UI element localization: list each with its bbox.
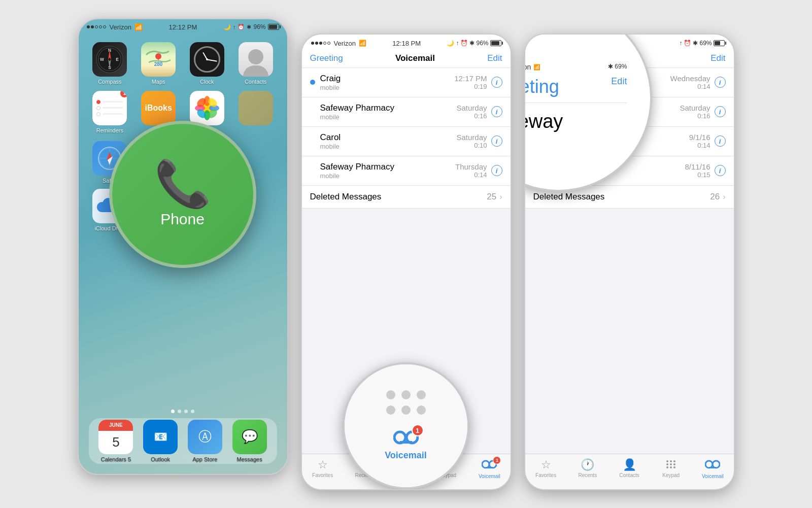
vm-meta-r0: Wednesday 0:14: [670, 74, 710, 90]
vm-info-icon-safeway2[interactable]: i: [491, 165, 502, 176]
voicemail-tab-label-1: Voicemail: [479, 473, 500, 479]
dock-calendars[interactable]: JUNE 5 Calendars 5: [98, 420, 133, 462]
app-contacts[interactable]: Contacts: [234, 42, 277, 85]
vm-tab-favorites-1[interactable]: ☆ Favorites: [302, 458, 344, 478]
s3: [319, 42, 322, 45]
vm-item-safeway2[interactable]: Safeway Pharmacy mobile Thursday 0:14 i: [302, 156, 511, 186]
messages-dock-icon[interactable]: 💬: [232, 420, 267, 454]
dock-outlook[interactable]: 📧 Outlook: [143, 420, 178, 462]
vm-battery-icon-2: [714, 40, 725, 46]
keypad-tab-icon-2: [665, 458, 676, 471]
vm-deleted-chevron-1: ›: [499, 192, 502, 201]
vm-info-icon-carol[interactable]: i: [491, 136, 502, 147]
clock-app-label: Clock: [200, 79, 214, 85]
vm-info-icon-r-s2[interactable]: i: [715, 136, 726, 147]
vm-tab-favorites-2[interactable]: ☆ Favorites: [525, 458, 567, 478]
bluetooth-icon: ✱: [247, 24, 251, 30]
clock-app-icon[interactable]: [190, 42, 224, 77]
outlook-dock-icon[interactable]: 📧: [143, 420, 178, 454]
vm-info-safeway2: Safeway Pharmacy mobile: [320, 162, 455, 180]
vm-info-icon-safeway1[interactable]: i: [491, 106, 502, 117]
vm-greeting-btn-1[interactable]: Greeting: [310, 53, 343, 63]
svg-point-48: [666, 466, 668, 468]
battery-icon: [268, 24, 279, 30]
contacts-app-icon[interactable]: [239, 42, 273, 77]
photos-app-icon[interactable]: [190, 91, 224, 125]
vm-deleted-row-1[interactable]: Deleted Messages 25 ›: [302, 186, 511, 209]
vm-edit-btn-1[interactable]: Edit: [487, 53, 502, 63]
svg-point-50: [673, 466, 675, 468]
appstore-dock-icon[interactable]: Ⓐ: [188, 420, 222, 454]
zoom-battery-pct: 69%: [615, 63, 627, 71]
vm-no-dot-safeway1: [310, 109, 315, 114]
favorites-tab-label-2: Favorites: [535, 472, 556, 478]
vm-item-craig[interactable]: Craig mobile 12:17 PM 0:19 i: [302, 68, 511, 97]
vm-status-right-2: ↑ ⏰ ✱ 69%: [679, 40, 724, 47]
zoom-circle-voicemail-tab: 1 Voicemail: [343, 362, 469, 489]
keypad-tab-label-2: Keypad: [662, 472, 680, 478]
signal-dot-2: [91, 25, 94, 28]
vm-info-icon-r-s1[interactable]: i: [715, 106, 726, 117]
compass-app-label: Compass: [98, 79, 121, 85]
vm-list-1: Craig mobile 12:17 PM 0:19 i Safeway Pha…: [302, 68, 511, 209]
kd2: [401, 390, 411, 399]
svg-point-43: [670, 460, 672, 462]
app-maps[interactable]: 280 Maps: [137, 42, 180, 85]
signal-dot-4: [99, 25, 102, 28]
voicemail-svg-2: [705, 458, 720, 469]
battery-percent: 96%: [253, 23, 265, 30]
vm-name-carol: Carol: [320, 132, 457, 143]
vm-info-icon-craig[interactable]: i: [491, 77, 502, 88]
vm-info-icon-r0[interactable]: i: [715, 77, 726, 88]
appstore-glyph: Ⓐ: [198, 428, 212, 446]
s1: [311, 42, 314, 45]
vm-bt-1: ✱: [469, 40, 475, 47]
vm-item-carol[interactable]: Carol mobile Saturday 0:10 i: [302, 127, 511, 156]
vm-bt-2: ✱: [693, 40, 698, 47]
status-right: 🌙 ↑ ⏰ ✱ 96%: [223, 23, 279, 30]
zoom-safeway-text: Safeway: [524, 111, 627, 132]
app-compass[interactable]: N S E W Compass: [89, 42, 131, 85]
voicemail-badge-1: 1: [493, 456, 501, 464]
signal-dot-3: [95, 25, 98, 28]
vm-tab-recents-2[interactable]: 🕐 Recents: [567, 458, 608, 478]
zoom-keypad-dots: [386, 390, 426, 415]
clock-circle: [194, 46, 220, 73]
contacts-app-label: Contacts: [245, 79, 266, 85]
vm-battery-fill-2: [715, 41, 721, 45]
calendars-dock-label: Calendars 5: [101, 456, 131, 462]
maps-app-icon[interactable]: 280: [141, 42, 176, 77]
app-clock[interactable]: Clock: [186, 42, 228, 85]
dock-appstore[interactable]: Ⓐ App Store: [188, 420, 222, 462]
signal-dot-5: [103, 25, 106, 28]
contact-body: [243, 65, 268, 77]
vm-tab-keypad-2[interactable]: Keypad: [650, 458, 692, 478]
books-app-icon[interactable]: iBooks: [141, 91, 176, 125]
reminders-app-icon[interactable]: 1: [92, 91, 127, 125]
compass-app-icon[interactable]: N S E W: [92, 42, 127, 77]
calendars-dock-icon[interactable]: JUNE 5: [98, 420, 133, 454]
vm-info-icon-r-s3[interactable]: i: [715, 165, 726, 176]
vm-item-safeway1[interactable]: Safeway Pharmacy mobile Saturday 0:16 i: [302, 97, 511, 127]
svg-rect-38: [486, 467, 493, 468]
photos-svg: [193, 94, 221, 122]
vm-meta-r-s1: Saturday 0:16: [680, 104, 710, 120]
vm-edit-btn-2[interactable]: Edit: [710, 53, 725, 63]
appstore-dock-label: App Store: [192, 456, 217, 462]
vm-tab-voicemail-2[interactable]: Voicemail: [692, 458, 733, 479]
kd1: [386, 390, 395, 399]
reminders-badge: 1: [120, 91, 127, 98]
dock-messages[interactable]: 💬 Messages: [232, 420, 267, 462]
vm-time-craig: 12:17 PM: [454, 74, 487, 83]
vm-meta-safeway2: Thursday 0:14: [455, 162, 487, 179]
voicemail-tab-label-2: Voicemail: [702, 473, 724, 479]
vm-time-1: 12:18 PM: [392, 40, 421, 47]
vm-deleted-label-2: Deleted Messages: [533, 192, 710, 202]
zoom-greeting-text: Greeting: [524, 76, 559, 97]
vm-tab-voicemail-1[interactable]: 1 Voicemail: [468, 458, 510, 479]
vm-tab-contacts-2[interactable]: 👤 Contacts: [608, 458, 650, 478]
app-reminders[interactable]: 1 Reminders: [89, 91, 131, 133]
vm-info-safeway1: Safeway Pharmacy mobile: [320, 103, 457, 121]
vm-time-carol: Saturday: [456, 133, 487, 142]
kd6: [417, 405, 426, 415]
